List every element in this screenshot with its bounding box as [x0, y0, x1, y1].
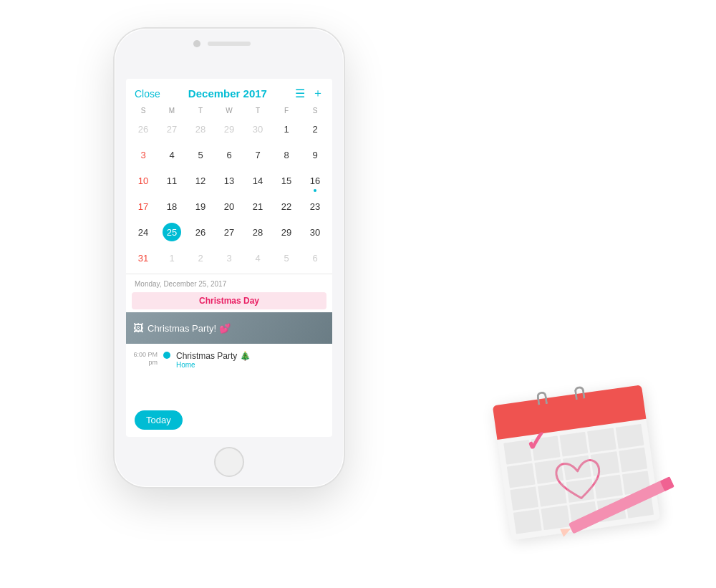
cal-cell[interactable]: 22	[272, 193, 301, 219]
cal-cell[interactable]: 11	[158, 168, 186, 193]
cal-cell[interactable]: 5	[186, 142, 215, 168]
divider	[126, 274, 332, 274]
add-icon[interactable]: ＋	[312, 86, 324, 101]
event-details: Christmas Party 🎄 Home	[176, 351, 326, 369]
home-button[interactable]	[214, 447, 244, 477]
calendar-actions: ☰ ＋	[295, 86, 324, 101]
day-label-t2: T	[243, 105, 272, 116]
phone-speaker	[208, 42, 251, 46]
holiday-event[interactable]: Christmas Day	[132, 292, 326, 309]
cal-cell[interactable]: 8	[272, 142, 301, 168]
phone: Close December 2017 ☰ ＋ S M T W T F S	[115, 29, 344, 487]
cal-cell[interactable]: 16	[301, 168, 329, 193]
cal-cell[interactable]: 10	[129, 168, 158, 193]
phone-camera	[193, 40, 200, 47]
today-button[interactable]: Today	[135, 410, 183, 430]
list-icon[interactable]: ☰	[295, 87, 305, 100]
event-location: Home	[176, 361, 326, 369]
cal-cell[interactable]: 7	[243, 142, 272, 168]
day-labels-row: S M T W T F S	[126, 105, 332, 116]
cal-cell[interactable]: 4	[243, 245, 272, 271]
cal-cell[interactable]: 26	[186, 219, 215, 245]
event-color-dot	[163, 352, 170, 359]
cal-cell[interactable]: 1	[158, 245, 186, 271]
cal-cell[interactable]: 29	[272, 219, 301, 245]
phone-screen: Close December 2017 ☰ ＋ S M T W T F S	[126, 79, 332, 437]
cal-cell[interactable]: 6	[301, 245, 329, 271]
day-label-s2: S	[301, 105, 329, 116]
illus-ring	[536, 391, 548, 405]
cal-cell[interactable]: 21	[243, 193, 272, 219]
cal-cell[interactable]: 5	[272, 245, 301, 271]
cal-cell[interactable]: 23	[301, 193, 329, 219]
cal-cell[interactable]: 30	[301, 219, 329, 245]
illus-ring	[574, 386, 585, 400]
cal-cell[interactable]: 2	[186, 245, 215, 271]
scene: Close December 2017 ☰ ＋ S M T W T F S	[0, 0, 716, 588]
cal-cell[interactable]: 28	[186, 116, 215, 142]
day-label-w: W	[215, 105, 243, 116]
selected-date-label: Monday, December 25, 2017	[126, 277, 332, 291]
checkmark-icon: ✓	[523, 428, 548, 457]
cal-cell[interactable]: 20	[215, 193, 243, 219]
cal-cell[interactable]: 17	[129, 193, 158, 219]
cal-cell[interactable]: 12	[186, 168, 215, 193]
cal-cell[interactable]: 19	[186, 193, 215, 219]
cal-cell[interactable]: 1	[272, 116, 301, 142]
photo-event[interactable]: 🖼 Christmas Party! 💕	[126, 312, 332, 344]
cal-cell[interactable]: 6	[215, 142, 243, 168]
day-label-s1: S	[129, 105, 158, 116]
close-button[interactable]: Close	[135, 88, 160, 100]
photo-icon: 🖼	[133, 322, 143, 334]
cal-cell[interactable]: 31	[129, 245, 158, 271]
cal-cell[interactable]: 27	[158, 116, 186, 142]
cal-cell[interactable]: 2	[301, 116, 329, 142]
cal-cell[interactable]: 13	[215, 168, 243, 193]
calendar-grid: 26 27 28 29 30 1 2 3 4 5 6 7 8 9 10 11 1…	[126, 116, 332, 271]
calendar-title: December 2017	[188, 87, 267, 100]
cal-cell[interactable]: 30	[243, 116, 272, 142]
cal-cell[interactable]: 27	[215, 219, 243, 245]
event-time: 6:00 PM pm	[132, 351, 158, 367]
timed-event[interactable]: 6:00 PM pm Christmas Party 🎄 Home	[126, 347, 332, 373]
cal-cell[interactable]: 24	[129, 219, 158, 245]
cal-cell-today[interactable]: 25	[158, 219, 186, 245]
cal-cell[interactable]: 28	[243, 219, 272, 245]
cal-cell[interactable]: 3	[215, 245, 243, 271]
cal-cell[interactable]: 9	[301, 142, 329, 168]
calendar-header: Close December 2017 ☰ ＋	[126, 79, 332, 105]
cal-cell[interactable]: 3	[129, 142, 158, 168]
cal-cell[interactable]: 18	[158, 193, 186, 219]
event-name: Christmas Party 🎄	[176, 351, 326, 361]
cal-cell[interactable]: 15	[272, 168, 301, 193]
cal-cell[interactable]: 4	[158, 142, 186, 168]
day-label-f: F	[272, 105, 301, 116]
day-label-m: M	[158, 105, 186, 116]
photo-event-label: Christmas Party! 💕	[147, 323, 231, 334]
cal-cell[interactable]: 26	[129, 116, 158, 142]
cal-cell[interactable]: 14	[243, 168, 272, 193]
cal-cell[interactable]: 29	[215, 116, 243, 142]
day-label-t1: T	[186, 105, 215, 116]
